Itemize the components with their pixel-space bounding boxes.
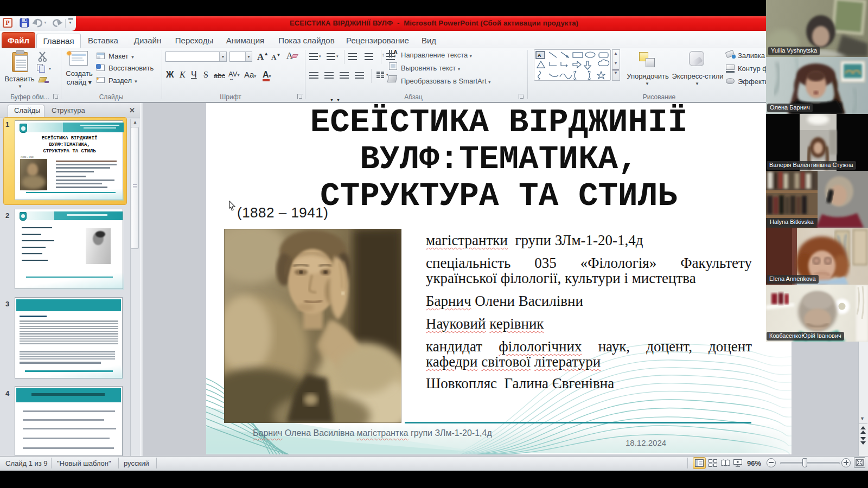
svg-text:A: A (538, 53, 541, 58)
